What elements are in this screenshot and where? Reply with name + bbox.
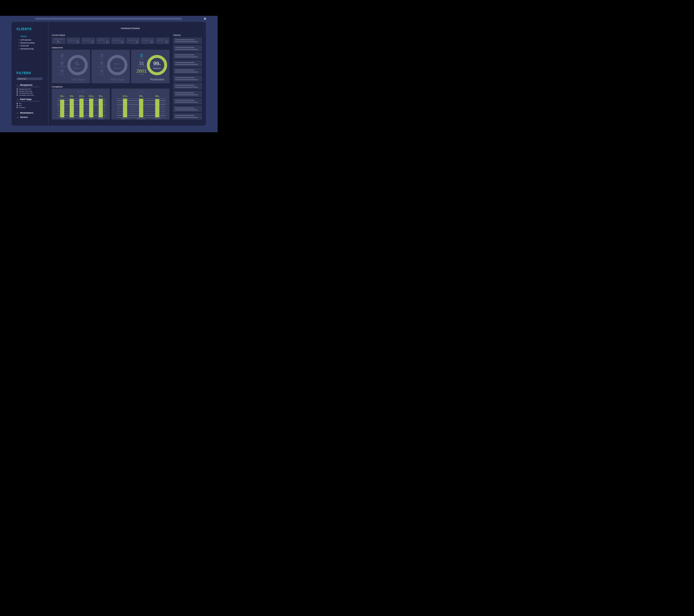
deployment-donut: 0% Deployment <box>68 55 88 75</box>
close-icon[interactable] <box>203 17 206 20</box>
patch-list-item[interactable] <box>173 98 202 105</box>
severity-chart-card: Severity 95% Critical 99% Important 1 <box>52 89 110 120</box>
plus-icon: + <box>18 48 20 50</box>
client-label: StreamlineAcctg <box>20 48 34 50</box>
status-placeholder-card <box>81 37 95 44</box>
patch-list-item[interactable] <box>173 106 202 112</box>
overall-compliance-value: 0% <box>52 39 66 44</box>
checkbox-production[interactable]: Production <box>17 107 25 108</box>
checkbox-icon <box>17 107 18 108</box>
status-placeholder-card <box>96 37 110 44</box>
page-title: Dashboard (Global) <box>95 27 166 30</box>
checkbox-icon <box>17 92 18 93</box>
cvss-chart-card: CVSS Common Vulnerability Scoring System… <box>111 89 169 120</box>
stat-value: 31 <box>138 61 146 66</box>
stat-value: 0 <box>99 69 104 74</box>
client-label: ChrisCraft <box>20 45 29 47</box>
bar-value: 99% <box>70 95 74 98</box>
stat-value: 0 <box>100 53 104 58</box>
patch-list-item[interactable] <box>173 53 202 59</box>
cvss-chart-title: CVSS <box>111 90 169 93</box>
address-bar[interactable] <box>35 18 182 20</box>
section-servers[interactable]: —Servers <box>17 116 28 118</box>
filter-select-input[interactable] <box>17 77 42 80</box>
status-placeholder-card <box>141 37 154 44</box>
collapse-dash-icon: — <box>17 84 19 86</box>
stat-label: Installed <box>60 74 65 75</box>
donut-value: -- <box>115 61 120 67</box>
patch-list-item[interactable] <box>173 37 202 44</box>
checkbox-unmanaged-thirdparty[interactable]: Unmanaged (Third Party) <box>17 94 34 96</box>
compliance-label: Compliance <box>52 86 63 88</box>
patch-list-item[interactable] <box>173 75 202 82</box>
donut-label: Deployment <box>153 68 161 69</box>
stat-value: 0 <box>140 53 143 58</box>
severity-chart-title: Severity <box>52 90 110 93</box>
stat-label: Installed <box>136 74 147 75</box>
status-placeholder-card <box>67 37 80 44</box>
status-placeholder-card <box>156 37 169 44</box>
sidebar-item-avproduction[interactable]: +AVProduction <box>18 39 31 41</box>
bar-value: 99% <box>99 95 103 98</box>
status-placeholder-card <box>126 37 140 44</box>
patch-list-item[interactable] <box>173 83 202 89</box>
stat-label: Paired <box>60 58 64 59</box>
sidebar-item-global[interactable]: Global <box>21 35 26 37</box>
checkbox-test[interactable]: Test <box>17 103 21 104</box>
deployment-donut: 99% Deployment <box>147 55 167 75</box>
patch-list-item[interactable] <box>173 91 202 97</box>
overall-compliance-card: Overall Compliance 0% <box>52 37 66 44</box>
patch-list-item[interactable] <box>173 113 202 120</box>
collapse-dash-icon: — <box>17 98 19 101</box>
donut-value: 99% <box>153 61 161 67</box>
severity-bar-important <box>70 99 74 117</box>
cvss-bar-high <box>123 99 127 117</box>
bar-category: Low (3.9-0.0) <box>154 118 161 120</box>
bar-category: Low <box>90 118 92 120</box>
stat-label: Paired <box>140 58 143 59</box>
donut-label: Deployment <box>113 68 121 69</box>
checkbox-icon <box>17 103 18 104</box>
deployment-card-title: Pilot Stage <box>104 78 131 81</box>
current-status-label: Current Status <box>52 34 65 36</box>
deployment-label: Deployment <box>52 47 63 49</box>
section-patch-stage[interactable]: —Patch Stage <box>17 98 32 101</box>
severity-bar-low <box>89 99 93 117</box>
checkbox-pilot[interactable]: Pilot <box>17 105 21 106</box>
checkbox-unmanaged-microsoft[interactable]: Unmanaged (Microsoft) <box>17 92 33 94</box>
plus-icon: + <box>18 45 20 47</box>
stat-value: 2601 <box>136 69 147 74</box>
patch-list-item[interactable] <box>173 60 202 67</box>
stat-label: Installed <box>99 74 104 75</box>
donut-label: Deployment <box>74 68 81 69</box>
stat-label: Not Attempted <box>98 66 106 67</box>
status-placeholder-card <box>111 37 125 44</box>
cvss-bar-medium <box>139 99 143 117</box>
stat-label: Paired <box>100 58 104 59</box>
section-underline <box>17 87 39 87</box>
checkbox-managed-thirdparty[interactable]: Managed (Third Party) <box>17 90 32 92</box>
bar-category: Medium (9.9-4.0) <box>137 118 145 120</box>
checkbox-managed-microsoft[interactable]: Managed (Microsoft) <box>17 88 31 90</box>
collapse-dash-icon: — <box>17 116 19 118</box>
bar-value: 100% <box>79 95 85 98</box>
sidebar-item-streamlineacctg[interactable]: +StreamlineAcctg <box>18 48 34 50</box>
section-workstations[interactable]: —Workstations <box>17 112 33 114</box>
patch-list-item[interactable] <box>173 45 202 52</box>
bar-value: 100% <box>88 95 94 98</box>
sidebar-item-brownaccounting[interactable]: +BrownAccounting <box>18 42 34 44</box>
section-management[interactable]: —Management <box>17 84 32 86</box>
plus-icon: + <box>18 42 20 44</box>
deployment-donut: -- Deployment <box>107 55 127 75</box>
patches-label: Patches <box>173 34 181 36</box>
severity-plot: 95% Critical 99% Important 100% Moderate <box>57 98 106 117</box>
client-label: BrownAccounting <box>20 42 34 44</box>
donut-value: 0% <box>75 61 80 67</box>
clients-title: CLIENTS <box>17 27 32 31</box>
sidebar-item-chriscraft[interactable]: +ChrisCraft <box>18 45 29 47</box>
collapse-dash-icon: — <box>17 112 19 114</box>
client-label: AVProduction <box>20 39 31 41</box>
patch-list-item[interactable] <box>173 68 202 74</box>
bar-category: Critical <box>60 118 64 120</box>
stat-label: Not Attempted <box>138 66 146 67</box>
